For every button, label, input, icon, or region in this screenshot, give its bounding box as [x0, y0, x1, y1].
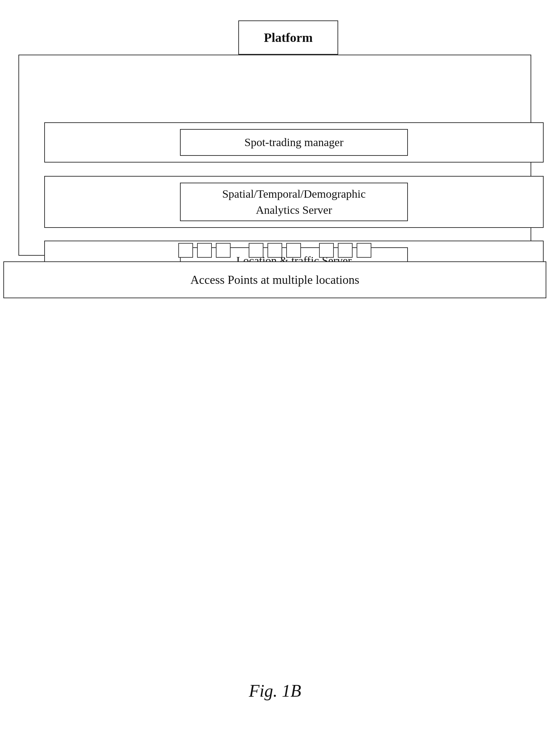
spatial-inner: Spatial/Temporal/Demographic Analytics S… — [180, 183, 408, 221]
square-5 — [267, 243, 282, 258]
spatial-outer: Spatial/Temporal/Demographic Analytics S… — [44, 176, 544, 228]
square-8 — [338, 243, 353, 258]
page: Platform Spot-trading manager Spatial/Te… — [0, 0, 550, 756]
square-4 — [249, 243, 263, 258]
square-7 — [319, 243, 334, 258]
squares-row — [18, 243, 531, 258]
platform-box: Platform — [238, 20, 338, 55]
square-3 — [216, 243, 231, 258]
spot-trading-outer: Spot-trading manager — [44, 122, 544, 163]
figure-label: Fig. 1B — [249, 681, 301, 701]
square-2 — [197, 243, 212, 258]
square-1 — [178, 243, 193, 258]
square-6 — [286, 243, 301, 258]
spatial-line1: Spatial/Temporal/Demographic — [222, 188, 366, 200]
platform-label: Platform — [264, 30, 313, 45]
spatial-label: Spatial/Temporal/Demographic Analytics S… — [222, 186, 366, 218]
main-outer-box: Spot-trading manager Spatial/Temporal/De… — [18, 55, 531, 256]
access-points-box: Access Points at multiple locations — [3, 261, 546, 298]
spatial-line2: Analytics Server — [256, 204, 332, 216]
spot-trading-label: Spot-trading manager — [244, 136, 344, 149]
access-points-label: Access Points at multiple locations — [190, 273, 359, 287]
square-9 — [357, 243, 371, 258]
spot-trading-inner: Spot-trading manager — [180, 129, 408, 156]
